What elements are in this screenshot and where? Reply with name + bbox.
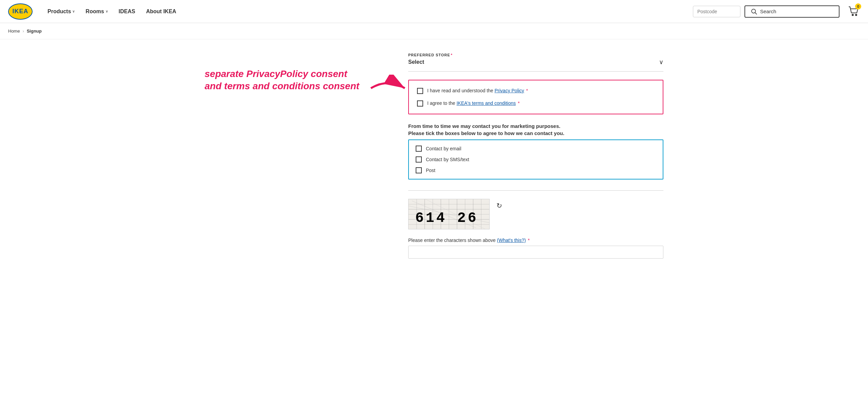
captcha-section: 614 26 63 ↻	[408, 199, 663, 229]
marketing-header-line1: From time to time we may contact you for…	[408, 123, 560, 129]
nav-ideas[interactable]: IDEAS	[115, 6, 139, 17]
chevron-down-icon: ∨	[72, 10, 75, 13]
search-bar[interactable]: Search	[744, 5, 839, 18]
annotation-text: separate PrivacyPolicy consent and terms…	[205, 68, 395, 93]
svg-point-0	[752, 9, 756, 13]
marketing-email-label: Contact by email	[426, 146, 461, 151]
form-area: PREFERRED STORE* Select ∨ I have read an…	[408, 48, 663, 264]
postcode-input[interactable]	[693, 6, 740, 17]
cart-count-badge: 0	[855, 3, 861, 10]
marketing-email-row: Contact by email	[416, 146, 656, 152]
svg-text:614 26 63: 614 26 63	[415, 210, 489, 226]
marketing-sms-label: Contact by SMS/text	[426, 157, 469, 162]
store-select-value: Select	[408, 59, 424, 65]
nav-products[interactable]: Products ∨	[43, 6, 79, 17]
terms-conditions-link[interactable]: IKEA's terms and conditions	[456, 100, 516, 106]
marketing-header: From time to time we may contact you for…	[408, 122, 663, 137]
cart-button[interactable]: 0	[848, 5, 860, 18]
required-indicator: *	[526, 88, 528, 93]
captcha-refresh-button[interactable]: ↻	[495, 200, 504, 211]
breadcrumb-separator: ›	[23, 29, 24, 34]
breadcrumb: Home › Signup	[0, 23, 868, 39]
terms-conditions-checkbox[interactable]	[417, 100, 423, 107]
nav-rooms[interactable]: Rooms ∨	[81, 6, 112, 17]
required-indicator: *	[518, 100, 520, 106]
annotation-line1: separate PrivacyPolicy consent	[205, 69, 347, 79]
main-content: separate PrivacyPolicy consent and terms…	[196, 39, 672, 272]
nav-about-ikea[interactable]: About IKEA	[142, 6, 180, 17]
captcha-grid-icon: 614 26 63	[409, 199, 489, 229]
nav-ideas-label: IDEAS	[119, 8, 135, 15]
privacy-policy-link[interactable]: Privacy Policy	[494, 88, 524, 93]
captcha-entry-section: Please enter the characters shown above …	[408, 238, 663, 259]
terms-conditions-row: I agree to the IKEA's terms and conditio…	[417, 100, 655, 107]
marketing-sms-row: Contact by SMS/text	[416, 156, 656, 163]
store-select-dropdown[interactable]: Select ∨	[408, 58, 663, 66]
breadcrumb-current: Signup	[27, 29, 42, 34]
marketing-header-line2: Please tick the boxes below to agree to …	[408, 130, 564, 136]
svg-line-1	[755, 12, 757, 14]
logo[interactable]: IKEA	[8, 3, 33, 20]
breadcrumb-home-link[interactable]: Home	[8, 29, 20, 34]
privacy-policy-row: I have read and understood the Privacy P…	[417, 87, 655, 94]
nav-about-ikea-label: About IKEA	[146, 8, 176, 15]
search-label: Search	[760, 8, 776, 14]
privacy-consent-box: I have read and understood the Privacy P…	[408, 80, 663, 114]
nav-products-label: Products	[48, 8, 71, 15]
svg-point-3	[855, 14, 857, 16]
arrow-indicator	[367, 75, 408, 103]
chevron-down-icon: ∨	[659, 58, 663, 66]
marketing-consent-box: Contact by email Contact by SMS/text Pos…	[408, 139, 663, 179]
captcha-image: 614 26 63	[408, 199, 490, 229]
chevron-down-icon: ∨	[106, 10, 108, 13]
required-indicator: *	[451, 53, 453, 57]
svg-point-2	[852, 14, 853, 16]
search-icon	[751, 8, 757, 15]
whats-this-link[interactable]: (What's this?)	[497, 238, 526, 243]
preferred-store-label: PREFERRED STORE*	[408, 53, 663, 57]
captcha-entry-input[interactable]	[408, 246, 663, 259]
marketing-email-checkbox[interactable]	[416, 146, 422, 152]
preferred-store-section: PREFERRED STORE* Select ∨	[408, 53, 663, 72]
privacy-policy-label: I have read and understood the Privacy P…	[427, 87, 528, 94]
required-indicator: *	[528, 238, 530, 243]
section-divider	[408, 190, 663, 191]
annotation-area: separate PrivacyPolicy consent and terms…	[205, 48, 395, 264]
marketing-post-row: Post	[416, 167, 656, 173]
annotation-line2: and terms and conditions consent	[205, 81, 359, 91]
main-nav: Products ∨ Rooms ∨ IDEAS About IKEA	[43, 6, 693, 17]
marketing-post-checkbox[interactable]	[416, 167, 422, 173]
captcha-entry-label: Please enter the characters shown above …	[408, 238, 663, 243]
arrow-icon	[367, 75, 408, 102]
ikea-logo-text: IKEA	[12, 8, 28, 15]
site-header: IKEA Products ∨ Rooms ∨ IDEAS About IKEA…	[0, 0, 868, 23]
privacy-policy-checkbox[interactable]	[417, 88, 423, 94]
marketing-sms-checkbox[interactable]	[416, 156, 422, 163]
nav-rooms-label: Rooms	[86, 8, 104, 15]
ikea-logo-icon: IKEA	[8, 3, 33, 20]
marketing-post-label: Post	[426, 168, 435, 173]
terms-conditions-label: I agree to the IKEA's terms and conditio…	[427, 100, 520, 107]
